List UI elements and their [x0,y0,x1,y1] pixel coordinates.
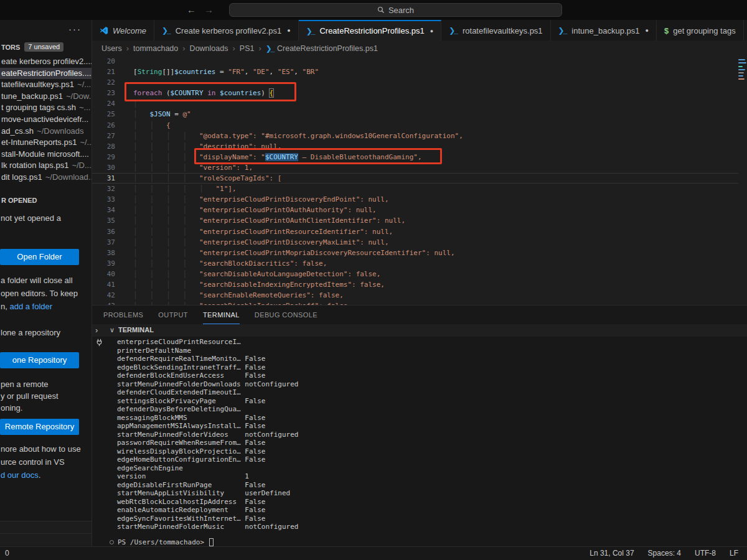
remote-line1: pen a remote [1,380,49,389]
panel-tab-debug-console[interactable]: DEBUG CONSOLE [255,306,317,324]
line-content: │ │ │ │ "searchDisableAutoLanguageDetect… [133,270,380,278]
open-editor-item[interactable]: et-IntuneReports.ps1~/... [0,137,92,149]
code-line-33: 33│ │ │ │ "enterpriseCloudPrintDiscovery… [92,194,747,205]
file-path: ~/Download... [45,172,92,182]
title-bar: ← → Search [0,0,747,20]
open-editors-header[interactable]: TORS 7 unsaved [1,42,63,52]
panel-chevron-icon[interactable]: › [95,325,98,335]
dirty-dot-icon: ● [646,27,649,34]
line-content: │ │ │ │ "searchEnableRemoteQueries": fal… [133,291,344,299]
tab-intune-backup-ps1[interactable]: ❯_intune_backup.ps1● [551,20,657,40]
dirty-dot-icon: ● [287,27,290,34]
unsaved-badge: 7 unsaved [24,42,63,52]
status-item-spaces-4[interactable]: Spaces: 4 [648,549,681,558]
open-remote-repository-button[interactable]: Remote Repository [0,419,79,435]
docs-line1: nore about how to use [1,444,81,454]
terminal-section-label: TERMINAL [118,326,154,334]
line-content: │ │ │ │ "enterpriseCloudPrintOAuthAuthor… [133,206,377,214]
panel-tab-problems[interactable]: PROBLEMS [103,306,143,324]
open-editor-item[interactable]: lk rotation laps.ps1~/D... [0,160,92,172]
terminal[interactable]: enterpriseCloudPrintResourceI… printerDe… [92,337,747,547]
command-center-search[interactable]: Search [229,3,562,17]
remote-line2: y or pull request [1,391,59,401]
line-content: │ │ │ │ "searchBlockDiacritics": false, [133,259,327,268]
file-name: stall-Module microsoft.... [1,149,89,159]
nav-back-icon[interactable]: ← [187,4,196,15]
line-number: 25 [92,109,115,119]
status-item-utf-8[interactable]: UTF-8 [695,549,716,558]
file-name: eateRestrictionProfiles.... [1,68,92,78]
terminal-cursor [209,538,214,546]
status-item-lf[interactable]: LF [730,549,738,558]
tab-get-grouping-tags[interactable]: $get grouping tags [657,20,744,40]
folder-note-line1: a folder will close all [1,276,73,285]
tab-label: intune_backup.ps1 [571,26,639,35]
add-folder-link[interactable]: add a folder [9,302,52,311]
file-name: et-IntuneReports.ps1 [1,138,77,147]
docs-link[interactable]: d our docs [1,470,39,480]
code-editor[interactable]: 2021[String[]]$countries = "FR", "DE", "… [92,56,747,305]
line-number: 31 [92,173,115,184]
folder-note-prefix: n, [1,302,9,311]
tab-welcome[interactable]: Welcome [92,20,154,40]
panel-tab-terminal[interactable]: TERMINAL [203,306,240,324]
open-editor-item[interactable]: t grouping tags cs.sh~... [0,102,92,114]
status-left-count[interactable]: 0 [5,549,9,558]
breadcrumb-segment[interactable]: PS1 [240,44,255,53]
line-number: 21 [92,67,115,77]
prompt-text: PS /Users/tommachado> [118,538,204,546]
file-path: ~/Downloads [37,126,84,136]
sidebar-more-actions-icon[interactable]: ··· [68,24,82,34]
clone-text: lone a repository [1,326,60,339]
file-name: tatefilevaultkeys.ps1 [1,80,74,89]
terminal-section-title[interactable]: ∨ TERMINAL [110,326,154,334]
chevron-down-icon: ∨ [110,326,115,334]
line-number: 28 [92,141,115,152]
file-name: tune_backup.ps1 [1,91,63,101]
minimap[interactable] [738,57,746,144]
open-editor-item[interactable]: move-unactivedevicefr... [0,114,92,126]
tab-label: Welcome [113,26,146,35]
file-path: ~/Dow... [66,91,92,101]
open-editor-item[interactable]: stall-Module microsoft.... [0,149,92,161]
terminal-prompt[interactable]: PS /Users/tommachado> [110,537,214,547]
open-editor-item[interactable]: tune_backup.ps1~/Dow... [0,91,92,103]
line-number: 34 [92,205,115,215]
line-content: │ │ │ │ "version": 1, [133,164,253,172]
breadcrumb-segment[interactable]: Users [101,44,122,53]
no-folder-label: R OPENED [1,197,37,204]
open-editor-item[interactable]: tatefilevaultkeys.ps1~/... [0,79,92,91]
no-folder-header[interactable]: R OPENED [1,197,37,204]
breadcrumb-segment[interactable]: tommachado [133,44,178,53]
panel-tab-output[interactable]: OUTPUT [158,306,188,324]
minimap-mark [738,72,744,73]
no-folder-text: not yet opened a [1,212,61,225]
chevron-right-icon: › [126,44,129,53]
tab-createrestrictionprofiles-ps1[interactable]: ❯_CreateRestrictionProfiles.ps1● [299,20,442,40]
line-number: 27 [92,131,115,141]
sidebar-collapsed-section[interactable] [0,521,92,533]
line-number: 42 [92,290,115,301]
open-editor-item[interactable]: dit logs.ps1~/Download... [0,172,92,184]
powershell-icon: ❯_ [449,26,458,35]
open-folder-button[interactable]: Open Folder [0,249,79,265]
panel-tab-bar: PROBLEMSOUTPUTTERMINALDEBUG CONSOLE [103,306,317,324]
remote-line3: oning. [1,403,22,413]
open-editor-item[interactable]: eateRestrictionProfiles.... [0,68,92,80]
terminal-output: enterpriseCloudPrintResourceI… printerDe… [117,338,298,531]
annotation-box-foreach [125,82,296,101]
code-line-39: 39│ │ │ │ "searchBlockDiacritics": false… [92,258,747,269]
nav-forward-icon[interactable]: → [204,4,214,15]
tab-rotatefilevaultkeys-ps1[interactable]: ❯_rotatefilevaultkeys.ps1 [441,20,550,40]
vscode-icon [100,26,108,35]
sidebar-collapsed-section[interactable] [0,533,92,546]
open-editor-item[interactable]: ad_cs.sh~/Downloads [0,126,92,138]
status-item-ln-31-col-37[interactable]: Ln 31, Col 37 [590,549,634,558]
clone-repository-button[interactable]: one Repository [0,352,79,368]
breadcrumb-segment[interactable]: Downloads [190,44,228,53]
tab-create-kerberos-profilev2-ps1[interactable]: ❯_Create kerberos profilev2.ps1● [154,20,299,40]
open-editor-item[interactable]: eate kerberos profilev2.... [0,56,92,68]
command-decoration-icon [110,540,114,544]
minimap-mark [738,59,745,60]
breadcrumb-file[interactable]: ❯_ CreateRestrictionProfiles.ps1 [266,44,378,53]
